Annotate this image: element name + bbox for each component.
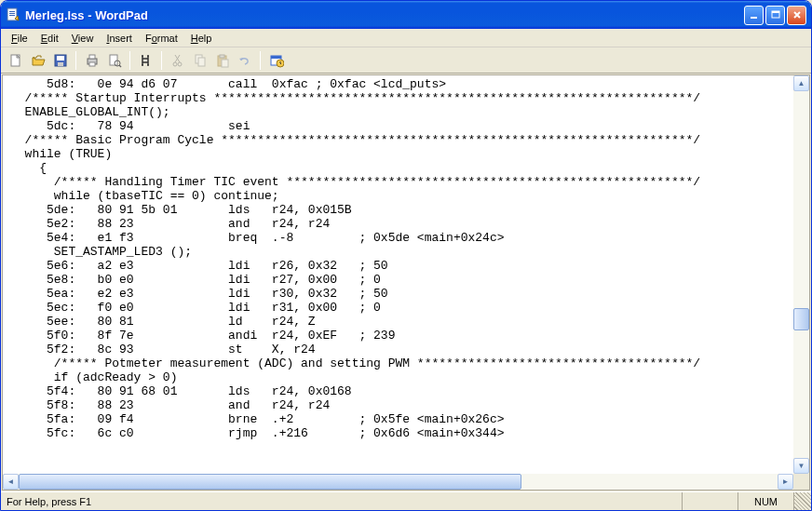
svg-rect-4 <box>751 17 757 19</box>
status-num: NUM <box>738 492 794 510</box>
status-help: For Help, press F1 <box>1 492 683 510</box>
document-area: 5d8: 0e 94 d6 07 call 0xfac ; 0xfac <lcd… <box>2 74 810 491</box>
window-title: Merleg.lss - WordPad <box>25 8 744 22</box>
app-window: Merleg.lss - WordPad File Edit View Inse… <box>0 0 812 511</box>
svg-point-17 <box>173 62 177 66</box>
scroll-thumb-v[interactable] <box>793 308 809 330</box>
menu-file[interactable]: File <box>5 31 34 46</box>
status-blank <box>683 492 738 510</box>
status-bar: For Help, press F1 NUM <box>1 491 811 510</box>
svg-rect-6 <box>772 11 779 13</box>
scroll-corner <box>793 474 809 490</box>
menu-insert[interactable]: Insert <box>100 31 139 46</box>
document-text[interactable]: 5d8: 0e 94 d6 07 call 0xfac ; 0xfac <lcd… <box>3 75 809 442</box>
svg-rect-23 <box>222 60 228 67</box>
print-preview-button[interactable] <box>103 50 125 71</box>
svg-rect-12 <box>89 55 95 59</box>
menu-edit[interactable]: Edit <box>34 31 65 46</box>
svg-rect-3 <box>9 15 15 16</box>
svg-rect-10 <box>58 62 63 66</box>
close-button[interactable] <box>787 6 806 25</box>
copy-button[interactable] <box>189 50 210 71</box>
menu-help[interactable]: Help <box>184 31 219 46</box>
minimize-button[interactable] <box>744 6 764 25</box>
scroll-thumb-h[interactable] <box>19 474 521 490</box>
scroll-track-v[interactable] <box>793 91 809 458</box>
cut-button[interactable] <box>167 50 188 71</box>
open-button[interactable] <box>27 50 48 71</box>
resize-grip[interactable] <box>794 492 811 510</box>
menu-bar: File Edit View Insert Format Help <box>1 29 811 47</box>
vertical-scrollbar[interactable]: ▲ ▼ <box>793 75 809 474</box>
scroll-up-button[interactable]: ▲ <box>793 75 809 91</box>
svg-rect-2 <box>9 13 15 14</box>
svg-rect-9 <box>57 56 64 61</box>
scroll-down-button[interactable]: ▼ <box>793 458 809 474</box>
svg-rect-1 <box>9 11 15 12</box>
svg-rect-13 <box>89 62 95 66</box>
new-button[interactable] <box>5 50 26 71</box>
svg-rect-14 <box>110 55 117 65</box>
scroll-right-button[interactable]: ► <box>778 474 793 490</box>
toolbar <box>1 47 811 74</box>
scroll-left-button[interactable]: ◄ <box>3 474 19 490</box>
menu-format[interactable]: Format <box>139 31 184 46</box>
svg-rect-25 <box>271 56 281 59</box>
horizontal-scrollbar[interactable]: ◄ ► <box>3 474 793 490</box>
svg-rect-22 <box>220 55 224 58</box>
undo-button[interactable] <box>234 50 255 71</box>
print-button[interactable] <box>81 50 102 71</box>
app-icon <box>6 7 20 22</box>
scroll-track-h[interactable] <box>19 474 778 490</box>
svg-point-18 <box>178 62 182 66</box>
save-button[interactable] <box>49 50 71 71</box>
menu-view[interactable]: View <box>65 31 101 46</box>
find-button[interactable] <box>135 50 156 71</box>
svg-rect-20 <box>198 58 205 66</box>
datetime-button[interactable] <box>265 50 287 71</box>
title-bar[interactable]: Merleg.lss - WordPad <box>1 1 811 29</box>
paste-button[interactable] <box>211 50 233 71</box>
svg-line-16 <box>119 65 121 67</box>
maximize-button[interactable] <box>765 6 785 25</box>
